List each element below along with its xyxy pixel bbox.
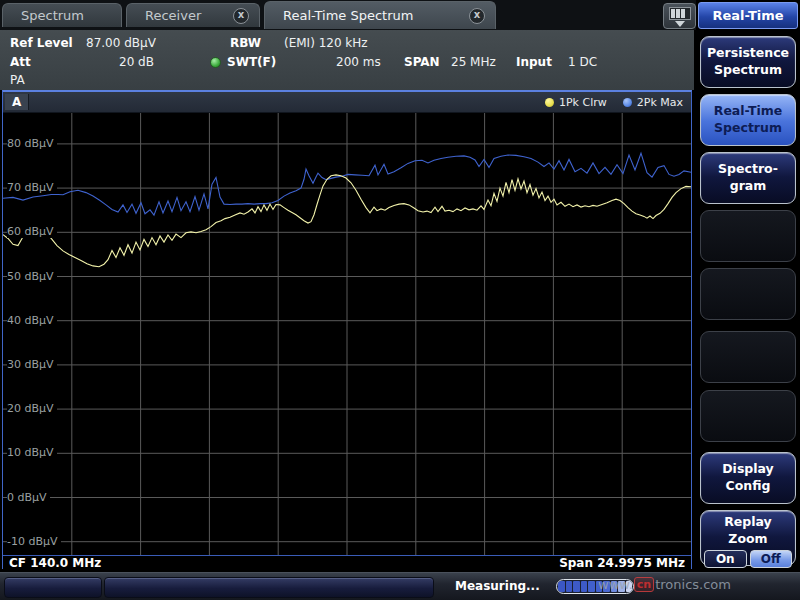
trace2-label: 2Pk Max bbox=[637, 96, 683, 109]
tab-bar: Spectrum Receiver x Real-Time Spectrum x bbox=[0, 0, 696, 30]
y-tick-label: 10 dBµV bbox=[7, 446, 57, 459]
status-button-1[interactable] bbox=[4, 577, 102, 598]
replay-zoom-off-button[interactable]: Off bbox=[750, 550, 793, 568]
softkey-menu-title: Real-Time bbox=[698, 2, 798, 29]
input-value[interactable]: 1 DC bbox=[568, 55, 597, 69]
window-layout-button[interactable] bbox=[663, 3, 696, 29]
progress-segment bbox=[573, 581, 580, 592]
center-frequency-label: CF 140.0 MHz bbox=[9, 556, 101, 571]
progress-segment bbox=[566, 581, 573, 592]
watermark-text: tronics.com bbox=[655, 577, 731, 592]
tab-label: Real-Time Spectrum bbox=[283, 8, 413, 23]
softkey-empty-2[interactable] bbox=[700, 268, 796, 320]
settings-header: Ref Level 87.00 dBµV RBW (EMI) 120 kHz A… bbox=[0, 30, 694, 90]
instrument-screen: Spectrum Receiver x Real-Time Spectrum x… bbox=[0, 0, 800, 600]
ref-level-label: Ref Level bbox=[10, 36, 73, 50]
tab-spectrum[interactable]: Spectrum bbox=[2, 3, 122, 27]
progress-segment bbox=[581, 581, 588, 592]
swt-label: SWT(F) bbox=[227, 55, 276, 69]
att-label: Att bbox=[10, 55, 31, 69]
softkey-replay-zoom[interactable]: Replay Zoom On Off bbox=[700, 510, 796, 566]
measurement-window: A 1Pk Clrw 2Pk Max 80 dBµV70 dBµV60 dBµV… bbox=[2, 90, 692, 569]
softkey-empty-3[interactable] bbox=[700, 331, 796, 383]
y-tick-label: -10 dBµV bbox=[7, 535, 61, 548]
tab-receiver[interactable]: Receiver x bbox=[126, 3, 260, 27]
watermark-text: www. bbox=[598, 577, 633, 592]
watermark: www.cntronics.com bbox=[598, 577, 731, 592]
progress-segment bbox=[588, 581, 595, 592]
trace-legend: 1Pk Clrw 2Pk Max bbox=[545, 96, 683, 109]
close-icon[interactable]: x bbox=[233, 8, 249, 24]
legend-item: 2Pk Max bbox=[623, 96, 683, 109]
window-title-bar: A 1Pk Clrw 2Pk Max bbox=[3, 92, 691, 113]
tab-real-time-spectrum[interactable]: Real-Time Spectrum x bbox=[264, 1, 496, 29]
progress-segment bbox=[558, 581, 565, 592]
input-label: Input bbox=[516, 55, 552, 69]
softkey-sidebar: Real-Time Persistence Spectrum Real-Time… bbox=[696, 0, 800, 572]
replay-zoom-toggle: On Off bbox=[704, 550, 792, 568]
close-icon[interactable]: x bbox=[469, 8, 485, 24]
softkey-display-config[interactable]: Display Config bbox=[700, 452, 796, 504]
swt-value[interactable]: 200 ms bbox=[336, 55, 381, 69]
y-tick-label: 30 dBµV bbox=[7, 358, 57, 371]
chevron-down-icon bbox=[675, 21, 685, 27]
y-tick-label: 20 dBµV bbox=[7, 402, 57, 415]
rbw-label: RBW bbox=[230, 36, 261, 50]
replay-zoom-on-button[interactable]: On bbox=[704, 550, 747, 568]
replay-zoom-label: Replay Zoom bbox=[724, 514, 772, 548]
y-tick-label: 80 dBµV bbox=[7, 137, 57, 150]
trace1-label: 1Pk Clrw bbox=[559, 96, 607, 109]
tab-label: Spectrum bbox=[21, 8, 84, 23]
tab-label: Receiver bbox=[145, 8, 201, 23]
ref-level-value[interactable]: 87.00 dBµV bbox=[86, 36, 156, 50]
att-value[interactable]: 20 dB bbox=[119, 55, 154, 69]
softkey-persistence-spectrum[interactable]: Persistence Spectrum bbox=[700, 36, 796, 88]
rbw-value[interactable]: (EMI) 120 kHz bbox=[284, 36, 368, 50]
span-value[interactable]: 25 MHz bbox=[451, 55, 496, 69]
softkey-empty-4[interactable] bbox=[700, 390, 796, 442]
y-tick-label: 70 dBµV bbox=[7, 181, 57, 194]
span-label: SPAN bbox=[404, 55, 440, 69]
sweep-led-icon bbox=[210, 57, 221, 68]
y-tick-label: 60 dBµV bbox=[7, 225, 57, 238]
transducer-label: PA bbox=[10, 73, 25, 87]
measuring-status: Measuring... bbox=[455, 579, 540, 593]
trace1-dot-icon bbox=[545, 98, 554, 107]
y-tick-label: 40 dBµV bbox=[7, 314, 57, 327]
softkey-empty-1[interactable] bbox=[700, 210, 796, 262]
spectrum-traces bbox=[3, 113, 691, 555]
softkey-spectrogram[interactable]: Spectro- gram bbox=[700, 152, 796, 204]
legend-item: 1Pk Clrw bbox=[545, 96, 607, 109]
span-label-bottom: Span 24.9975 MHz bbox=[559, 556, 685, 571]
y-tick-label: 0 dBµV bbox=[7, 491, 50, 504]
window-id: A bbox=[5, 94, 29, 110]
frequency-axis-bar: CF 140.0 MHz Span 24.9975 MHz bbox=[3, 555, 691, 571]
spectrum-plot: 80 dBµV70 dBµV60 dBµV50 dBµV40 dBµV30 dB… bbox=[3, 113, 691, 555]
status-button-2[interactable] bbox=[104, 577, 434, 598]
window-layout-icon bbox=[669, 7, 691, 20]
trace2-dot-icon bbox=[623, 98, 632, 107]
watermark-logo: cn bbox=[634, 577, 654, 592]
y-tick-label: 50 dBµV bbox=[7, 270, 57, 283]
softkey-real-time-spectrum[interactable]: Real-Time Spectrum bbox=[700, 94, 796, 146]
